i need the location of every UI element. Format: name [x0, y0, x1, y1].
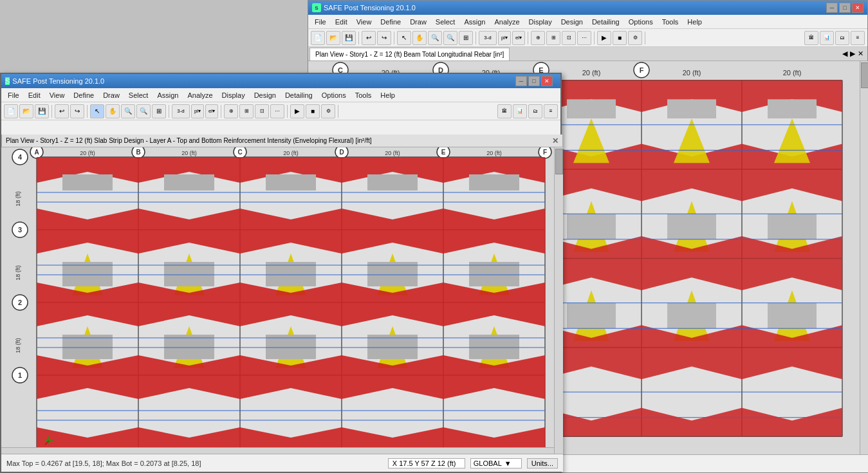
fg-vscrollbar-thumb[interactable] — [555, 149, 563, 174]
fg-menu-tools[interactable]: Tools — [351, 90, 376, 100]
bg-tb-pan[interactable]: ✋ — [412, 31, 427, 45]
bg-tb-snap3[interactable]: ⊡ — [562, 31, 576, 45]
fg-tb-zoom-in[interactable]: 🔍 — [121, 104, 135, 118]
bg-vscrollbar[interactable] — [860, 61, 868, 456]
fg-app-icon: S — [5, 77, 10, 85]
fg-tb-run[interactable]: ▶ — [290, 104, 304, 118]
fg-close-btn[interactable]: ✕ — [541, 76, 553, 86]
fg-canvas-close[interactable]: ✕ — [552, 136, 559, 145]
bg-tb-3d[interactable]: 3-d — [479, 31, 497, 45]
fg-vscrollbar[interactable] — [554, 147, 563, 456]
fg-tb-zoom-all[interactable]: ⊞ — [152, 104, 166, 118]
fg-menu-draw[interactable]: Draw — [99, 90, 124, 100]
fg-tb-save[interactable]: 💾 — [35, 104, 49, 118]
bg-menu-tools[interactable]: Tools — [658, 17, 683, 27]
bg-tab-scroll-right[interactable]: ▶ — [850, 50, 855, 58]
bg-menu-assign[interactable]: Assign — [460, 17, 489, 27]
fg-tb-icon3[interactable]: 🗂 — [528, 104, 542, 118]
bg-tb-snap2[interactable]: ⊞ — [546, 31, 560, 45]
fg-tb-design[interactable]: ⚙ — [321, 104, 335, 118]
bg-tab-plan[interactable]: Plan View - Story1 - Z = 12 (ft) Beam To… — [309, 48, 510, 60]
bg-menu-options[interactable]: Options — [625, 17, 657, 27]
svg-rect-35 — [768, 99, 817, 118]
bg-menu-design[interactable]: Design — [557, 17, 587, 27]
bg-close-btn[interactable]: ✕ — [852, 3, 863, 13]
bg-menu-file[interactable]: File — [311, 17, 330, 27]
bg-tb-stop[interactable]: ■ — [613, 31, 627, 45]
bg-menu-display[interactable]: Display — [525, 17, 556, 27]
bg-tb-design[interactable]: ⚙ — [628, 31, 642, 45]
fg-restore-btn[interactable]: □ — [528, 76, 540, 86]
fg-tb-icon1[interactable]: 🏛 — [497, 104, 512, 118]
bg-tb-icon4[interactable]: ≡ — [851, 31, 865, 45]
fg-menu-display[interactable]: Display — [218, 90, 249, 100]
fg-tb-open[interactable]: 📂 — [19, 104, 33, 118]
bg-tb-elev[interactable]: el▾ — [512, 31, 525, 45]
bg-tb-save[interactable]: 💾 — [342, 31, 356, 45]
fg-menu-assign[interactable]: Assign — [153, 90, 182, 100]
bg-tb-snap1[interactable]: ⊕ — [531, 31, 545, 45]
svg-text:20 (ft): 20 (ft) — [181, 150, 197, 156]
fg-tb-icon4[interactable]: ≡ — [544, 104, 558, 118]
bg-tb-zoom-all[interactable]: ⊞ — [459, 31, 473, 45]
fg-tb-elev[interactable]: el▾ — [205, 104, 218, 118]
bg-tb-pointer[interactable]: ↖ — [397, 31, 411, 45]
fg-tb-pan[interactable]: ✋ — [106, 104, 120, 118]
bg-tab-close[interactable]: ✕ — [858, 50, 863, 58]
fg-tb-snap2[interactable]: ⊞ — [239, 104, 254, 118]
bg-minimize-btn[interactable]: ─ — [826, 3, 838, 13]
bg-tb-zoom-out[interactable]: 🔍 — [443, 31, 457, 45]
svg-rect-155 — [469, 174, 519, 190]
fg-status-units[interactable]: Units... — [527, 458, 558, 468]
fg-tb-redo[interactable]: ↪ — [70, 104, 84, 118]
bg-menu-analyze[interactable]: Analyze — [490, 17, 523, 27]
fg-minimize-btn[interactable]: ─ — [515, 76, 527, 86]
bg-menu-define[interactable]: Define — [376, 17, 405, 27]
fg-status-global[interactable]: GLOBAL ▼ — [470, 458, 522, 468]
bg-tb-undo[interactable]: ↩ — [362, 31, 376, 45]
fg-menu-view[interactable]: View — [46, 90, 69, 100]
fg-menu-select[interactable]: Select — [125, 90, 152, 100]
fg-menu-detailing[interactable]: Detailing — [281, 90, 317, 100]
bg-vscrollbar-thumb[interactable] — [861, 62, 869, 88]
fg-tb-icon2[interactable]: 📊 — [513, 104, 527, 118]
bg-tb-icon1[interactable]: 🏛 — [804, 31, 818, 45]
fg-tb-stop[interactable]: ■ — [306, 104, 320, 118]
fg-menu-edit[interactable]: Edit — [24, 90, 44, 100]
bg-tb-run[interactable]: ▶ — [597, 31, 611, 45]
bg-tb-snap4[interactable]: ⋯ — [577, 31, 591, 45]
svg-text:20 (ft): 20 (ft) — [783, 69, 802, 77]
fg-menu-options[interactable]: Options — [318, 90, 350, 100]
fg-tb-snap4[interactable]: ⋯ — [270, 104, 284, 118]
fg-tb-new[interactable]: 📄 — [4, 104, 18, 118]
fg-tb-undo[interactable]: ↩ — [55, 104, 69, 118]
bg-menu-edit[interactable]: Edit — [331, 17, 351, 27]
fg-titlebar: S SAFE Post Tensioning 20.1.0 ─ □ ✕ — [1, 74, 560, 88]
bg-tb-icon3[interactable]: 🗂 — [835, 31, 849, 45]
fg-tb-pointer[interactable]: ↖ — [90, 104, 104, 118]
bg-menu-select[interactable]: Select — [432, 17, 459, 27]
fg-tb-3d[interactable]: 3-d — [172, 104, 190, 118]
bg-menu-help[interactable]: Help — [683, 17, 706, 27]
fg-menu-define[interactable]: Define — [69, 90, 98, 100]
bg-tab-scroll-left[interactable]: ◀ — [842, 50, 847, 58]
bg-restore-btn[interactable]: □ — [839, 3, 851, 13]
bg-tb-icon2[interactable]: 📊 — [820, 31, 834, 45]
bg-tb-open[interactable]: 📂 — [326, 31, 340, 45]
bg-menu-detailing[interactable]: Detailing — [588, 17, 623, 27]
bg-tb-new[interactable]: 📄 — [311, 31, 325, 45]
fg-tb-plan[interactable]: pl▾ — [191, 104, 204, 118]
fg-tb-snap1[interactable]: ⊕ — [224, 104, 238, 118]
bg-menu-draw[interactable]: Draw — [406, 17, 430, 27]
fg-menu-analyze[interactable]: Analyze — [183, 90, 216, 100]
bg-menu-view[interactable]: View — [353, 17, 376, 27]
bg-tb-redo[interactable]: ↪ — [377, 31, 391, 45]
bg-tb-zoom-in[interactable]: 🔍 — [428, 31, 442, 45]
svg-text:20 (ft): 20 (ft) — [283, 150, 299, 156]
fg-tb-snap3[interactable]: ⊡ — [255, 104, 269, 118]
fg-menu-design[interactable]: Design — [250, 90, 280, 100]
fg-tb-zoom-out[interactable]: 🔍 — [136, 104, 151, 118]
fg-menu-file[interactable]: File — [4, 90, 23, 100]
fg-menu-help[interactable]: Help — [376, 90, 399, 100]
bg-tb-plan[interactable]: pl▾ — [498, 31, 511, 45]
